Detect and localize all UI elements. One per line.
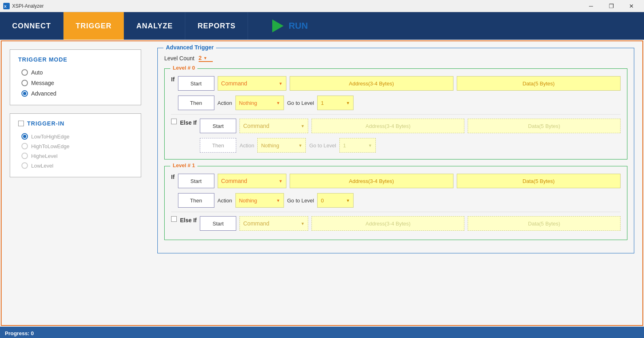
radio-advanced[interactable]: Advanced xyxy=(21,90,133,97)
sidebar: TRIGGER MODE Auto Message Advanced xyxy=(2,41,149,325)
radio-auto-circle xyxy=(21,69,28,76)
main-content: TRIGGER MODE Auto Message Advanced xyxy=(1,40,643,326)
level-1-else-if-row: Else If Start Command ▼ Address(3-4 Byte… xyxy=(171,216,621,233)
level-1-if-row: Start Command ▼ Address(3-4 Bytes) Data(… xyxy=(178,174,621,188)
level-0-address-btn[interactable]: Address(3-4 Bytes) xyxy=(290,76,453,91)
level-1-goto-val[interactable]: 0 ▼ xyxy=(317,193,354,208)
level-1-address-btn[interactable]: Address(3-4 Bytes) xyxy=(290,174,453,188)
status-bar: Progress: 0 xyxy=(0,327,644,338)
tab-reports[interactable]: REPORTS xyxy=(185,12,248,40)
tab-trigger[interactable]: TRIGGER xyxy=(64,12,124,40)
title-bar-left: X XSPI-Analyzer xyxy=(3,3,44,9)
maximize-button[interactable]: ❐ xyxy=(602,0,621,12)
run-label[interactable]: RUN xyxy=(288,21,308,31)
level-0-else-action-dropdown[interactable]: Nothing ▼ xyxy=(257,138,306,153)
level-0-if-label: If xyxy=(171,76,175,83)
radio-high-low-circle xyxy=(21,143,28,149)
level-1-else-data-btn[interactable]: Data(5 Bytes) xyxy=(468,216,621,231)
title-bar-controls: ─ ❐ ✕ xyxy=(582,0,641,12)
level-1-then-row: Then Action Nothing ▼ Go to Level 0 ▼ xyxy=(178,193,621,208)
trigger-in-high-level: HigheLevel xyxy=(21,153,133,159)
level-0-goto-label: Go to Level xyxy=(287,100,314,106)
level-1-goto-label: Go to Level xyxy=(287,198,314,204)
trigger-in-title: TRIGGER-IN xyxy=(18,120,133,127)
close-button[interactable]: ✕ xyxy=(622,0,641,12)
level-1-else-start-btn[interactable]: Start xyxy=(200,216,236,231)
level-0-then-btn[interactable]: Then xyxy=(178,96,214,110)
level-1-else-if-label: Else If xyxy=(180,216,197,223)
level-1-if-label: If xyxy=(171,174,175,180)
level-0-else-then-btn[interactable]: Then xyxy=(200,138,236,153)
trigger-mode-panel: TRIGGER MODE Auto Message Advanced xyxy=(10,49,141,105)
run-area: RUN xyxy=(248,12,644,40)
level-1-else-address-btn[interactable]: Address(3-4 Bytes) xyxy=(311,216,464,231)
level-0-else-if-checkbox[interactable] xyxy=(171,119,177,124)
level-1-command-dropdown[interactable]: Command ▼ xyxy=(218,174,286,188)
level-0-action-dropdown[interactable]: Nothing ▼ xyxy=(235,96,284,110)
level-1-else-if-condition-row: Start Command ▼ Address(3-4 Bytes) Data(… xyxy=(200,216,621,231)
level-1-action-label: Action xyxy=(218,198,232,204)
level-count-dropdown[interactable]: 2 ▼ xyxy=(199,55,213,62)
trigger-in-panel: TRIGGER-IN LowToHighEdge HighToLowEdge H… xyxy=(10,113,141,177)
action-dropdown-arrow: ▼ xyxy=(276,101,280,105)
radio-message[interactable]: Message xyxy=(21,80,133,86)
level-count-arrow: ▼ xyxy=(203,56,208,60)
level-0-else-data-btn[interactable]: Data(5 Bytes) xyxy=(468,119,621,133)
radio-auto[interactable]: Auto xyxy=(21,69,133,76)
level-0-data-btn[interactable]: Data(5 Bytes) xyxy=(457,76,621,91)
level-1-else-if-content: Start Command ▼ Address(3-4 Bytes) Data(… xyxy=(200,216,621,233)
level-1-legend: Level # 1 xyxy=(170,162,197,168)
level-0-else-if-condition-row: Start Command ▼ Address(3-4 Bytes) Data(… xyxy=(200,119,621,133)
level-0-then-row: Then Action Nothing ▼ Go to Level 1 ▼ xyxy=(178,96,621,110)
level-0-else-start-btn[interactable]: Start xyxy=(200,119,236,133)
radio-high-level-circle xyxy=(21,153,28,159)
level-1-data-btn[interactable]: Data(5 Bytes) xyxy=(457,174,621,188)
level-0-command-dropdown[interactable]: Command ▼ xyxy=(218,76,286,91)
cmd-dropdown-arrow: ▼ xyxy=(279,81,283,86)
trigger-in-checkbox[interactable] xyxy=(18,121,24,126)
app-icon: X xyxy=(3,3,10,9)
level-1-else-command-dropdown[interactable]: Command ▼ xyxy=(239,216,308,231)
level-1-then-btn[interactable]: Then xyxy=(178,193,214,208)
level-1-action-dropdown[interactable]: Nothing ▼ xyxy=(235,193,284,208)
level-0-start-btn[interactable]: Start xyxy=(178,76,214,91)
else-cmd-arrow: ▼ xyxy=(301,124,305,128)
nav-bar: CONNECT TRIGGER ANALYZE REPORTS RUN xyxy=(0,12,644,40)
level-0-else-if-label: Else If xyxy=(180,119,197,126)
level-0-box: Level # 0 If Start Command ▼ Address xyxy=(164,68,627,159)
trigger-in-low-high: LowToHighEdge xyxy=(21,133,133,140)
level-0-legend: Level # 0 xyxy=(170,65,197,71)
minimize-button[interactable]: ─ xyxy=(582,0,600,12)
level-0-else-command-dropdown[interactable]: Command ▼ xyxy=(239,119,308,133)
level-0-else-then-row: Then Action Nothing ▼ Go to Level 1 ▼ xyxy=(200,138,621,153)
level-0-goto-val[interactable]: 1 ▼ xyxy=(317,96,354,110)
tab-analyze[interactable]: ANALYZE xyxy=(124,12,185,40)
title-bar: X XSPI-Analyzer ─ ❐ ✕ xyxy=(0,0,644,12)
trigger-mode-title: TRIGGER MODE xyxy=(18,56,133,63)
radio-low-level-circle xyxy=(21,162,28,169)
level-count-label: Level Count xyxy=(164,55,195,62)
level-0-else-goto-val[interactable]: 1 ▼ xyxy=(339,138,376,153)
level-count-row: Level Count 2 ▼ xyxy=(164,55,627,62)
trigger-in-options: LowToHighEdge HighToLowEdge HigheLevel L… xyxy=(21,133,133,169)
radio-advanced-circle xyxy=(21,90,28,97)
level-0-action-label: Action xyxy=(218,100,232,106)
trigger-in-high-low: HighToLowEdge xyxy=(21,143,133,149)
level-0-else-goto-label: Go to Level xyxy=(309,142,336,149)
level-0-else-if-row: Else If Start Command ▼ Address(3-4 Byte… xyxy=(171,119,621,153)
level-1-start-btn[interactable]: Start xyxy=(178,174,214,188)
status-text: Progress: 0 xyxy=(5,330,34,336)
trigger-mode-options: Auto Message Advanced xyxy=(21,69,133,97)
trigger-in-low-level: LowLevel xyxy=(21,162,133,169)
level-0-else-address-btn[interactable]: Address(3-4 Bytes) xyxy=(311,119,464,133)
level-0-else-action-label: Action xyxy=(239,142,254,149)
advanced-trigger-group: Advanced Trigger Level Count 2 ▼ Level #… xyxy=(157,48,634,253)
radio-low-high-circle xyxy=(21,133,28,140)
radio-message-circle xyxy=(21,80,28,86)
run-play-icon[interactable] xyxy=(272,19,284,32)
advanced-trigger-legend: Advanced Trigger xyxy=(163,44,216,51)
tab-connect[interactable]: CONNECT xyxy=(0,12,64,40)
goto-val-arrow: ▼ xyxy=(346,101,350,105)
level-0-if-row: Start Command ▼ Address(3-4 Bytes) Data(… xyxy=(178,76,621,91)
level-1-else-if-checkbox[interactable] xyxy=(171,216,177,222)
